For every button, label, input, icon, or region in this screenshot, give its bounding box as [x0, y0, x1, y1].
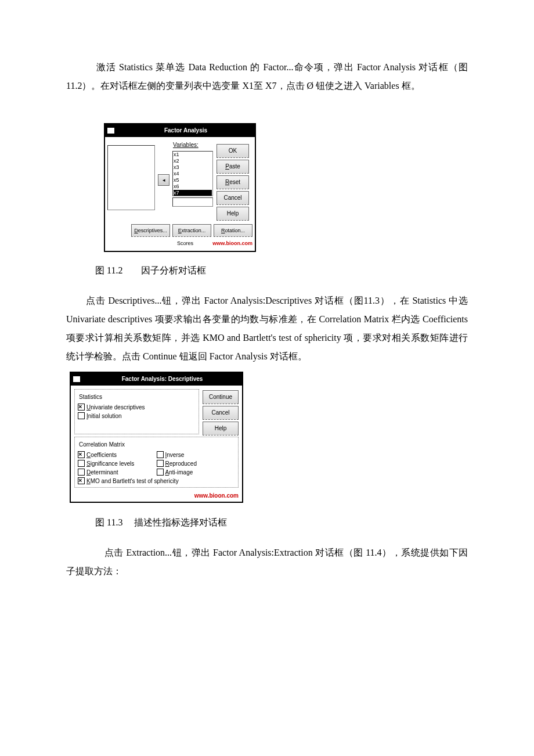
figure-caption-2: 图 11.3 描述性指标选择对话框	[95, 513, 468, 532]
group-title: Statistics	[78, 391, 103, 403]
factor-analysis-dialog: Factor Analysis ◂ Variables: x1 x2 x3 x4…	[104, 123, 256, 252]
page: 激活 Statistics 菜单选 Data Reduction 的 Facto…	[0, 0, 534, 756]
kmo-checkbox[interactable]: KMO and Bartlett's test of sphericity	[78, 477, 235, 485]
reproduced-checkbox[interactable]: Reproduced	[157, 459, 236, 468]
correlation-matrix-group: Correlation Matrix Coefficients Inverse …	[74, 437, 239, 488]
reset-button[interactable]: Reset	[217, 175, 249, 189]
dialog-title: Factor Analysis: Descriptives	[82, 373, 242, 385]
univariate-checkbox[interactable]: Univariate descriptives	[78, 403, 196, 412]
list-item[interactable]: x2	[174, 158, 212, 164]
selection-variable-box[interactable]	[172, 197, 213, 207]
descriptives-dialog: Factor Analysis: Descriptives Statistics…	[70, 372, 243, 503]
coefficients-checkbox[interactable]: Coefficients	[78, 451, 157, 459]
move-left-button[interactable]: ◂	[158, 174, 169, 186]
anti-image-checkbox[interactable]: Anti-image	[157, 468, 236, 477]
scores-label: Scores	[177, 238, 193, 249]
help-button[interactable]: Help	[217, 207, 249, 221]
significance-checkbox[interactable]: Significance levels	[78, 459, 157, 468]
cancel-button[interactable]: Cancel	[217, 191, 249, 205]
determinant-checkbox[interactable]: Determinant	[78, 468, 157, 477]
rotation-button[interactable]: Rotation...	[214, 224, 252, 237]
extraction-button[interactable]: Extraction...	[172, 224, 211, 237]
cancel-button[interactable]: Cancel	[203, 406, 239, 420]
figure-caption-1: 图 11.2 因子分析对话框	[95, 261, 468, 280]
help-button[interactable]: Help	[203, 422, 239, 435]
list-item[interactable]: x5	[174, 177, 212, 183]
watermark: www.bioon.com	[212, 238, 252, 249]
statistics-group: Statistics Univariate descriptives Initi…	[74, 389, 199, 434]
paragraph-1: 激活 Statistics 菜单选 Data Reduction 的 Facto…	[66, 58, 468, 95]
inverse-checkbox[interactable]: Inverse	[157, 451, 236, 459]
ok-button[interactable]: OK	[217, 144, 249, 158]
paste-button[interactable]: Paste	[217, 160, 249, 174]
initial-solution-checkbox[interactable]: Initial solution	[78, 412, 196, 420]
source-variable-list[interactable]	[107, 145, 155, 210]
watermark: www.bioon.com	[71, 490, 242, 502]
continue-button[interactable]: Continue	[203, 390, 239, 404]
variables-listbox[interactable]: x1 x2 x3 x4 x5 x6 x7	[172, 151, 213, 196]
dialog-title: Factor Analysis	[117, 125, 255, 136]
dialog-titlebar[interactable]: Factor Analysis	[105, 124, 255, 137]
variables-label: Variables:	[172, 139, 213, 151]
dialog-titlebar[interactable]: Factor Analysis: Descriptives	[71, 373, 242, 386]
system-menu-icon[interactable]	[107, 128, 114, 134]
list-item[interactable]: x3	[174, 164, 212, 171]
list-item[interactable]: x1	[174, 152, 212, 158]
list-item[interactable]: x4	[174, 171, 212, 177]
paragraph-3: 点击 Extraction...钮，弹出 Factor Analysis:Ext…	[66, 543, 468, 581]
descriptives-button[interactable]: Descriptives...	[131, 224, 170, 237]
paragraph-2: 点击 Descriptives...钮，弹出 Factor Analysis:D…	[66, 291, 468, 366]
list-item[interactable]: x7	[174, 190, 212, 196]
group-title: Correlation Matrix	[78, 439, 126, 451]
list-item[interactable]: x6	[174, 183, 212, 190]
system-menu-icon[interactable]	[73, 376, 80, 382]
